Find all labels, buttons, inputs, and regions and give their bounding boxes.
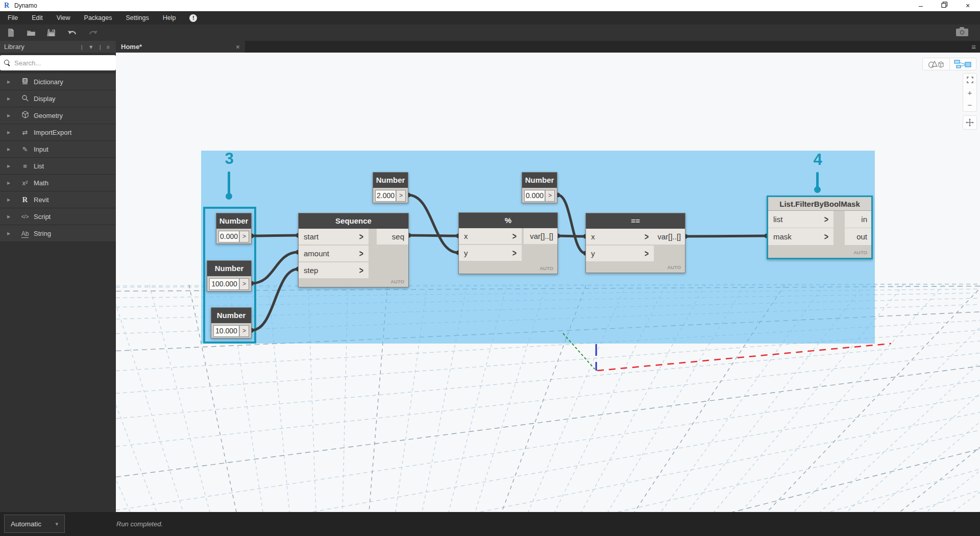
input-port-y[interactable]: y	[591, 249, 645, 258]
undo-icon[interactable]	[67, 28, 77, 37]
node-number-3[interactable]: Number 10.000 >	[211, 307, 252, 338]
tab-home[interactable]: Home* ×	[116, 41, 245, 53]
run-mode-dropdown[interactable]: Automatic ▾	[4, 515, 65, 533]
pan-button[interactable]	[963, 115, 977, 130]
chevron-right-icon[interactable]: >	[512, 231, 517, 241]
menu-help[interactable]: Help	[163, 14, 176, 21]
input-port-x[interactable]: x	[591, 232, 645, 241]
node-title: Sequence	[299, 213, 408, 229]
lacing-badge[interactable]: AUTO	[390, 279, 404, 284]
expander-icon[interactable]: ▶	[0, 214, 17, 219]
restore-icon[interactable]	[940, 2, 948, 9]
expander-icon[interactable]: ▶	[0, 147, 17, 152]
library-filter-icons[interactable]: | ▼ | ≡	[81, 44, 112, 50]
menu-file[interactable]: File	[8, 14, 18, 21]
library-search[interactable]	[0, 55, 116, 70]
menu-settings[interactable]: Settings	[126, 14, 149, 21]
node-equals[interactable]: == x > y > var[]..[] AUTO	[585, 213, 685, 273]
lacing-badge[interactable]: AUTO	[667, 264, 681, 270]
redo-icon[interactable]	[88, 28, 97, 37]
output-port-in[interactable]: in	[845, 211, 871, 228]
expander-icon[interactable]: ▶	[0, 181, 17, 185]
graph-view-button[interactable]	[949, 58, 976, 70]
expander-icon[interactable]: ▶	[0, 96, 17, 101]
input-port-y[interactable]: y	[464, 249, 512, 257]
export-image-camera-icon[interactable]	[955, 27, 980, 39]
notification-icon[interactable]: !	[189, 14, 197, 22]
number-expand-button[interactable]: >	[239, 278, 249, 290]
output-port-var[interactable]: var[]..[]	[651, 229, 685, 245]
chevron-right-icon[interactable]: >	[359, 232, 363, 242]
chevron-right-icon[interactable]: >	[824, 214, 828, 225]
number-value-input[interactable]: 0.000	[218, 231, 239, 242]
number-value-input[interactable]: 2.000	[375, 190, 396, 202]
number-value-input[interactable]: 0.000	[524, 190, 545, 202]
node-number-0[interactable]: Number 0.000 >	[522, 172, 557, 203]
close-icon[interactable]: ×	[964, 2, 972, 9]
menu-edit[interactable]: Edit	[32, 14, 43, 21]
number-value-input[interactable]: 100.000	[209, 278, 239, 290]
chevron-right-icon[interactable]: >	[645, 249, 649, 259]
chevron-right-icon[interactable]: >	[359, 249, 363, 259]
expander-icon[interactable]: ▶	[0, 198, 17, 202]
input-port-mask[interactable]: mask	[773, 232, 824, 241]
number-expand-button[interactable]: >	[239, 231, 249, 242]
sidebar-item-dictionary[interactable]: ▶ Dictionary	[0, 74, 116, 90]
tab-overflow-menu-icon[interactable]: ≡	[971, 41, 976, 53]
menu-view[interactable]: View	[57, 14, 70, 21]
node-number-2[interactable]: Number 100.000 >	[207, 260, 252, 291]
chevron-right-icon[interactable]: >	[512, 248, 517, 258]
output-port-out[interactable]: out	[845, 228, 871, 245]
sidebar-item-geometry[interactable]: ▶ Geometry	[0, 107, 116, 124]
input-port-list[interactable]: list	[773, 215, 824, 224]
lacing-badge[interactable]: AUTO	[540, 265, 553, 271]
geometry-view-button[interactable]	[923, 58, 949, 70]
number-expand-button[interactable]: >	[545, 190, 555, 202]
menu-packages[interactable]: Packages	[84, 14, 112, 21]
tab-close-icon[interactable]: ×	[236, 43, 240, 51]
status-bar: Automatic ▾ Run completed.	[0, 512, 980, 536]
expander-icon[interactable]: ▶	[0, 80, 17, 84]
node-sequence[interactable]: Sequence start > amount > step > seq AUT…	[298, 213, 409, 287]
sidebar-item-string[interactable]: ▶ Ab String	[0, 225, 116, 242]
search-input[interactable]	[14, 59, 112, 67]
input-port-amount[interactable]: amount	[304, 249, 359, 258]
number-expand-button[interactable]: >	[239, 325, 249, 337]
sidebar-item-script[interactable]: ▶ </> Script	[0, 208, 116, 225]
number-expand-button[interactable]: >	[396, 190, 406, 202]
node-number-1[interactable]: Number 0.000 >	[216, 213, 252, 244]
sidebar-item-list[interactable]: ▶ ≡ List	[0, 158, 116, 175]
node-modulo[interactable]: % x > y > var[]..[] AUTO	[458, 212, 558, 274]
save-icon[interactable]	[47, 28, 56, 37]
expander-icon[interactable]: ▶	[0, 231, 17, 236]
input-port-step[interactable]: step	[304, 266, 359, 275]
output-port-seq[interactable]: seq	[377, 229, 408, 245]
new-file-icon[interactable]	[6, 28, 15, 37]
sidebar-item-display[interactable]: ▶ Display	[0, 90, 116, 107]
expander-icon[interactable]: ▶	[0, 130, 17, 135]
chevron-right-icon[interactable]: >	[645, 232, 649, 242]
zoom-out-button[interactable]: −	[963, 99, 976, 111]
workspace-canvas[interactable]: Number 0.000 > Number 100.000 > Number 1…	[116, 53, 980, 512]
open-file-icon[interactable]	[27, 28, 36, 37]
input-port-start[interactable]: start	[304, 232, 359, 241]
input-port-x[interactable]: x	[464, 232, 512, 240]
sidebar-item-revit[interactable]: ▶ R Revit	[0, 191, 116, 208]
expander-icon[interactable]: ▶	[0, 164, 17, 168]
fit-to-screen-button[interactable]	[963, 74, 976, 86]
number-value-input[interactable]: 10.000	[213, 325, 239, 337]
book-icon	[17, 78, 33, 86]
expander-icon[interactable]: ▶	[0, 113, 17, 118]
sidebar-item-input[interactable]: ▶ ✎ Input	[0, 141, 116, 158]
sidebar-item-math[interactable]: ▶ x² Math	[0, 175, 116, 191]
revit-icon: R	[17, 196, 33, 204]
node-number-2000[interactable]: Number 2.000 >	[373, 172, 408, 203]
sidebar-item-importexport[interactable]: ▶ ⇄ ImportExport	[0, 124, 116, 141]
chevron-right-icon[interactable]: >	[824, 232, 828, 242]
chevron-right-icon[interactable]: >	[359, 265, 363, 276]
minimize-icon[interactable]: –	[917, 2, 925, 9]
node-list-filterbyboolmask[interactable]: List.FilterByBoolMask list > mask > in o…	[767, 196, 873, 259]
lacing-badge[interactable]: AUTO	[853, 250, 867, 255]
zoom-in-button[interactable]: +	[963, 86, 976, 99]
output-port-var[interactable]: var[]..[]	[524, 228, 557, 244]
